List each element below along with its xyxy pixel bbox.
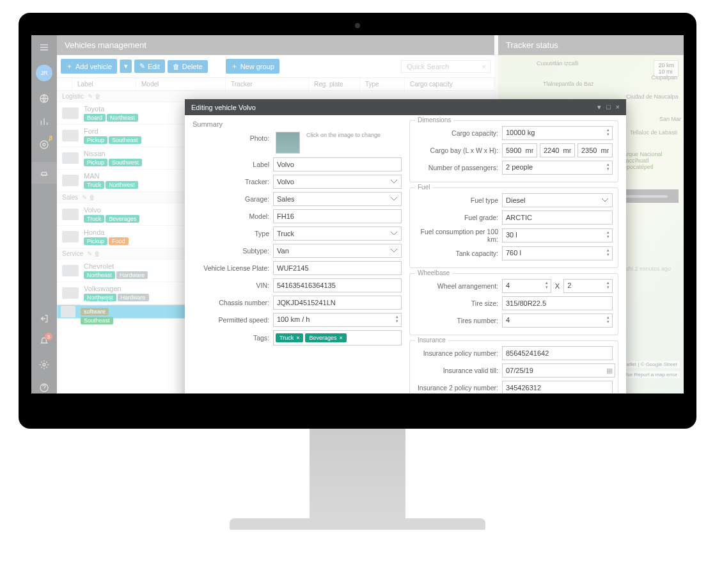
menu-icon[interactable] — [38, 42, 50, 53]
tank-field[interactable]: 760 l — [502, 246, 613, 260]
vehicle-thumb — [62, 287, 79, 299]
photo-hint: Click on the image to change — [306, 132, 381, 138]
panel-title: Vehicles management — [57, 35, 494, 55]
tire-size-field[interactable] — [502, 296, 613, 310]
garage-select[interactable]: Sales — [273, 192, 402, 206]
tag-truck[interactable]: Truck × — [276, 333, 303, 342]
plate-field[interactable] — [273, 261, 402, 275]
tag: Northwest — [106, 181, 138, 189]
tag: Southwest — [109, 159, 142, 166]
bay-h-field[interactable] — [578, 143, 613, 157]
toolbar: ＋ Add vehicle▾ ✎ Edit 🗑 Delete ＋ New gro… — [57, 55, 494, 77]
avatar[interactable]: JR — [36, 65, 52, 81]
notif-badge: 3 — [45, 333, 52, 340]
fuel-type-select[interactable]: Diesel — [502, 193, 613, 207]
bay-w-field[interactable] — [540, 143, 575, 157]
tires-num-field[interactable]: 4 — [502, 314, 613, 328]
wheel-arr2-field[interactable]: 2 — [563, 279, 613, 293]
wheel-arr1-field[interactable]: 4 — [502, 279, 551, 293]
vehicle-thumb — [62, 209, 79, 220]
tag: Southeast — [81, 317, 113, 324]
type-select[interactable]: Truck — [273, 226, 402, 241]
bell-icon[interactable]: 3 — [38, 336, 50, 347]
vehicle-thumb — [62, 130, 79, 141]
help-icon[interactable] — [38, 382, 50, 393]
speed-field[interactable]: 100 km / h — [273, 313, 402, 327]
svg-point-3 — [43, 363, 45, 366]
delete-button[interactable]: 🗑 Delete — [168, 60, 208, 73]
vehicle-thumb — [62, 152, 79, 164]
tag: Food — [109, 237, 129, 245]
svg-point-2 — [40, 141, 48, 148]
vehicle-thumb — [61, 306, 75, 317]
model-field[interactable] — [273, 209, 402, 223]
tag: Hardware — [116, 271, 148, 279]
modal-title: Editing vehicle Volvo — [191, 104, 256, 111]
tag: Northeast — [84, 271, 115, 279]
subtype-select[interactable]: Van — [273, 244, 402, 258]
fuel-grade-field[interactable] — [502, 211, 613, 225]
tag: software — [81, 308, 109, 315]
vin-field[interactable] — [273, 278, 402, 292]
tag-beverages[interactable]: Beverages × — [305, 333, 346, 342]
vehicle-icon[interactable] — [31, 162, 57, 184]
tag: Pickup — [84, 136, 107, 144]
tag: Pickup — [84, 159, 107, 166]
tag: Board — [84, 114, 106, 122]
svg-point-1 — [43, 143, 45, 146]
add-vehicle-dropdown[interactable]: ▾ — [120, 60, 132, 73]
cargo-field[interactable]: 10000 kg — [502, 126, 613, 140]
collapse-icon[interactable]: ▾ — [597, 103, 601, 111]
clear-search-icon[interactable]: × — [482, 63, 486, 70]
maximize-icon[interactable]: □ — [606, 103, 611, 111]
tag: Beverages — [106, 215, 139, 223]
vehicle-thumb — [62, 265, 79, 276]
fuel-cons-field[interactable]: 30 l — [502, 228, 613, 242]
add-vehicle-button[interactable]: ＋ Add vehicle — [61, 59, 117, 74]
tags-field[interactable]: Truck × Beverages × — [273, 330, 402, 346]
ins2-policy-field[interactable] — [502, 381, 613, 393]
remove-tag-icon[interactable]: × — [296, 335, 299, 341]
map-attr: Leaflet | © Google Street — [618, 361, 680, 368]
tracker-title: Tracker status — [498, 35, 684, 55]
edit-button[interactable]: ✎ Edit — [134, 60, 165, 73]
tracker-select[interactable]: Volvo — [273, 175, 402, 189]
tag: Pickup — [84, 237, 107, 245]
tag: Southeast — [109, 136, 141, 144]
vehicle-thumb — [62, 175, 79, 186]
table-header: LabelModelTrackerReg. plateTypeCargo cap… — [57, 77, 494, 91]
beta-badge: β — [49, 135, 52, 141]
zoom-in-icon[interactable]: ⊕ — [670, 192, 676, 200]
remove-tag-icon[interactable]: × — [339, 335, 342, 341]
pax-field[interactable]: 2 people — [502, 161, 613, 175]
gear-icon[interactable] — [38, 359, 50, 370]
close-icon[interactable]: × — [616, 103, 620, 111]
globe-icon[interactable] — [38, 93, 50, 104]
chassis-field[interactable] — [273, 296, 402, 310]
bay-l-field[interactable] — [502, 143, 537, 157]
search-input[interactable]: Quick Search× — [401, 60, 491, 73]
vehicle-thumb — [62, 107, 79, 119]
summary-heading: Summary — [192, 120, 402, 128]
tag: Truck — [84, 181, 104, 189]
label-field[interactable] — [273, 157, 402, 171]
tag: Northeast — [107, 114, 138, 122]
location-icon[interactable]: β — [38, 139, 50, 150]
chart-icon[interactable] — [38, 116, 50, 127]
logout-icon[interactable] — [38, 313, 50, 324]
ins-policy-field[interactable] — [502, 346, 613, 360]
vehicle-photo[interactable] — [276, 132, 300, 154]
modal-header[interactable]: Editing vehicle Volvo ▾ □ × — [185, 99, 626, 115]
edit-vehicle-modal: Editing vehicle Volvo ▾ □ × Summary Phot… — [185, 99, 626, 393]
vehicle-thumb — [62, 231, 79, 242]
new-group-button[interactable]: ＋ New group — [226, 59, 279, 74]
tag: Truck — [84, 215, 104, 223]
side-rail: JR β 3 — [31, 35, 57, 393]
ins-valid-field[interactable] — [502, 363, 615, 377]
